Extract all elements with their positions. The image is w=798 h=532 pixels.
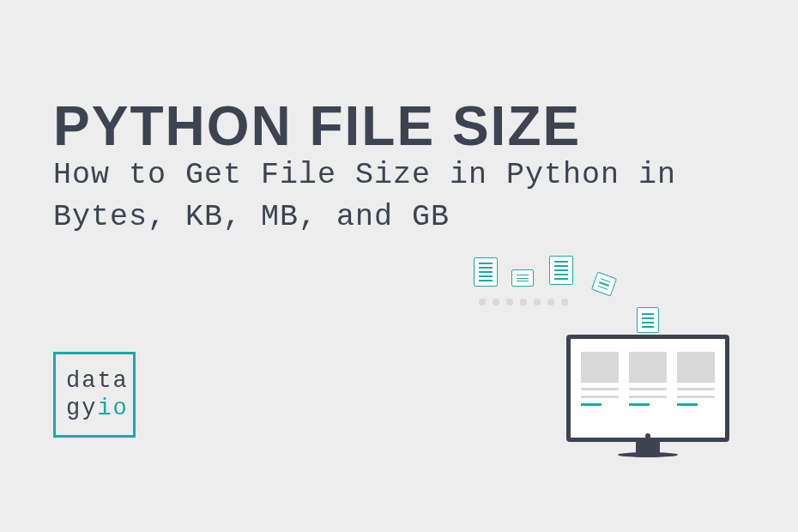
monitor-icon (566, 335, 729, 472)
brand-logo: data gyio (53, 352, 136, 438)
logo-io: io (97, 396, 128, 421)
document-icon (637, 307, 659, 333)
document-icon (474, 257, 498, 287)
logo-text-line2: gyio (66, 395, 133, 422)
logo-text-line1: data (66, 367, 133, 395)
document-icon (549, 256, 573, 285)
logo-gy: gy (66, 396, 97, 421)
document-icon (511, 269, 534, 287)
decorative-dots (479, 299, 568, 305)
computer-illustration (463, 249, 747, 489)
page-subtitle: How to Get File Size in Python in Bytes,… (53, 154, 722, 239)
page-title: PYTHON FILE SIZE (53, 94, 581, 158)
document-icon (591, 272, 617, 297)
